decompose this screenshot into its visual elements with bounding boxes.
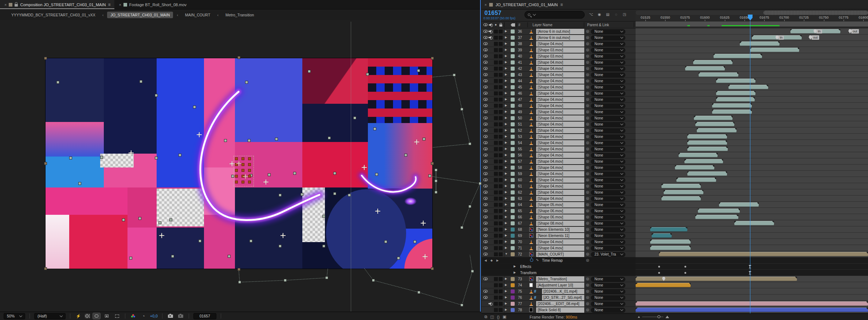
layer-row[interactable]: ▶52[Shape 04.mov]◎None <box>482 127 868 134</box>
layer-duration-bar[interactable] <box>716 97 755 102</box>
solo-switch[interactable] <box>494 197 498 201</box>
video-column-icon[interactable] <box>483 23 488 26</box>
solo-switch[interactable] <box>494 48 498 52</box>
eye-icon[interactable] <box>483 191 488 194</box>
parent-link-select[interactable]: None <box>591 159 625 164</box>
expander-icon[interactable]: ▶ <box>505 197 507 200</box>
label-color-chip[interactable] <box>511 184 515 188</box>
layer-name[interactable]: [Shape 04.mov] <box>536 140 584 146</box>
eye-icon[interactable] <box>483 110 488 113</box>
label-color-chip[interactable] <box>511 73 515 77</box>
lock-switch[interactable] <box>499 110 503 114</box>
layer-row[interactable]: ▶45[Shape 04.mov]◎None <box>482 84 868 90</box>
lock-switch[interactable] <box>499 73 503 77</box>
eye-icon[interactable] <box>483 197 488 200</box>
parent-pickwhip-icon[interactable]: ◎ <box>586 97 589 101</box>
number-column-header[interactable]: # <box>518 23 521 27</box>
layer-row[interactable]: ▶70[Shape 04.mov]◎None <box>482 239 868 245</box>
label-color-chip[interactable] <box>511 67 515 71</box>
solo-switch[interactable] <box>494 277 498 281</box>
eye-icon[interactable] <box>483 154 488 157</box>
label-color-chip[interactable] <box>511 135 515 139</box>
layer-name[interactable]: [Shape 04.mov] <box>536 84 584 90</box>
layer-duration-bar[interactable] <box>716 79 756 83</box>
label-color-chip[interactable] <box>511 36 515 40</box>
eye-icon[interactable] <box>483 79 488 82</box>
solo-switch[interactable] <box>494 79 498 83</box>
parent-link-select[interactable]: None <box>591 240 625 245</box>
label-color-chip[interactable] <box>511 178 515 182</box>
label-color-chip[interactable] <box>511 203 515 207</box>
label-color-chip[interactable] <box>511 308 515 312</box>
layer-name[interactable]: [Shape 03.mov] <box>536 47 584 53</box>
expander-icon[interactable]: ▶ <box>505 166 507 169</box>
label-color-chip[interactable] <box>511 240 515 244</box>
layer-row[interactable]: ▶60[Shape 04.mov]◎None <box>482 177 868 183</box>
solo-switch[interactable] <box>494 308 498 312</box>
channel-rgb-icon[interactable] <box>130 313 137 319</box>
parent-link-select[interactable]: None <box>591 153 625 158</box>
lock-switch[interactable] <box>499 147 503 151</box>
solo-switch[interactable] <box>494 172 498 176</box>
parent-link-select[interactable]: None <box>591 147 625 152</box>
label-color-chip[interactable] <box>511 122 515 126</box>
eye-icon[interactable] <box>483 135 488 138</box>
expander-icon[interactable]: ▶ <box>505 36 507 39</box>
parent-pickwhip-icon[interactable]: ◎ <box>586 301 589 305</box>
layer-name[interactable]: [Shape 04.mov] <box>536 153 584 158</box>
solo-switch[interactable] <box>494 221 498 225</box>
lock-switch[interactable] <box>499 203 503 207</box>
parent-link-select[interactable]: None <box>591 190 625 195</box>
parent-link-select[interactable]: None <box>591 35 625 40</box>
show-snapshot-icon[interactable] <box>177 313 184 319</box>
expander-icon[interactable]: ▶ <box>505 172 507 175</box>
lock-switch[interactable] <box>499 48 503 52</box>
parent-pickwhip-icon[interactable]: ◎ <box>586 103 589 107</box>
lock-switch[interactable] <box>499 308 503 312</box>
layer-row[interactable]: ▶74[Adjustment Layer 10]◎None <box>482 282 868 288</box>
label-color-chip[interactable] <box>511 209 515 213</box>
eye-icon[interactable] <box>483 203 488 206</box>
parent-link-select[interactable]: None <box>591 42 625 47</box>
layer-row[interactable]: ▶63[Shape 04.mov]◎None <box>482 195 868 202</box>
lock-switch[interactable] <box>499 178 503 182</box>
layer-name[interactable]: [MAIN_COURT] <box>536 252 584 257</box>
layer-name[interactable]: [Neon Elements 11] <box>536 233 584 238</box>
layer-name[interactable]: [Shape 04.mov] <box>536 72 584 78</box>
layer-duration-bar[interactable] <box>636 283 691 287</box>
parent-link-select[interactable]: None <box>591 29 625 34</box>
eye-icon[interactable] <box>483 172 488 175</box>
lock-switch[interactable] <box>499 234 503 238</box>
label-color-chip[interactable] <box>511 129 515 133</box>
layer-name[interactable]: [Shape 04.mov] <box>536 183 584 189</box>
parent-link-select[interactable]: None <box>591 277 625 282</box>
layer-name[interactable]: [Shape 04.mov] <box>536 171 584 177</box>
guides-crop-icon[interactable] <box>113 313 121 319</box>
lock-switch[interactable] <box>499 184 503 188</box>
parent-link-select[interactable]: None <box>591 202 625 208</box>
label-color-chip[interactable] <box>511 277 515 281</box>
eye-icon[interactable] <box>483 216 488 218</box>
solo-switch[interactable] <box>494 153 498 157</box>
eye-icon[interactable] <box>483 86 488 88</box>
label-color-chip[interactable] <box>511 172 515 176</box>
parent-pickwhip-icon[interactable]: ◎ <box>586 116 589 120</box>
lock-switch[interactable] <box>499 289 503 293</box>
timeline-tab-label[interactable]: JO_STREETART_CH03_01_MAIN <box>495 3 558 7</box>
audio-column-icon[interactable] <box>489 23 493 27</box>
lock-column-icon[interactable] <box>499 24 502 27</box>
solo-switch[interactable] <box>494 122 498 126</box>
eye-icon[interactable] <box>483 36 488 39</box>
solo-column-icon[interactable]: ● <box>495 23 497 27</box>
layer-row[interactable]: ▶62[Shape 04.mov]◎None <box>482 189 868 195</box>
layer-marker[interactable]: out <box>848 29 859 33</box>
layer-duration-bar[interactable] <box>661 196 701 201</box>
eye-icon[interactable] <box>483 141 488 144</box>
layer-row[interactable]: ▶42[Shape 04.mov]◎None <box>482 66 868 72</box>
layer-duration-bar[interactable] <box>636 277 797 281</box>
parent-pickwhip-icon[interactable]: ◎ <box>586 54 589 58</box>
keyframe-summary-dot[interactable] <box>684 266 686 268</box>
eye-icon[interactable] <box>483 253 488 256</box>
solo-switch[interactable] <box>494 228 498 232</box>
parent-link-select[interactable]: None <box>591 233 625 238</box>
